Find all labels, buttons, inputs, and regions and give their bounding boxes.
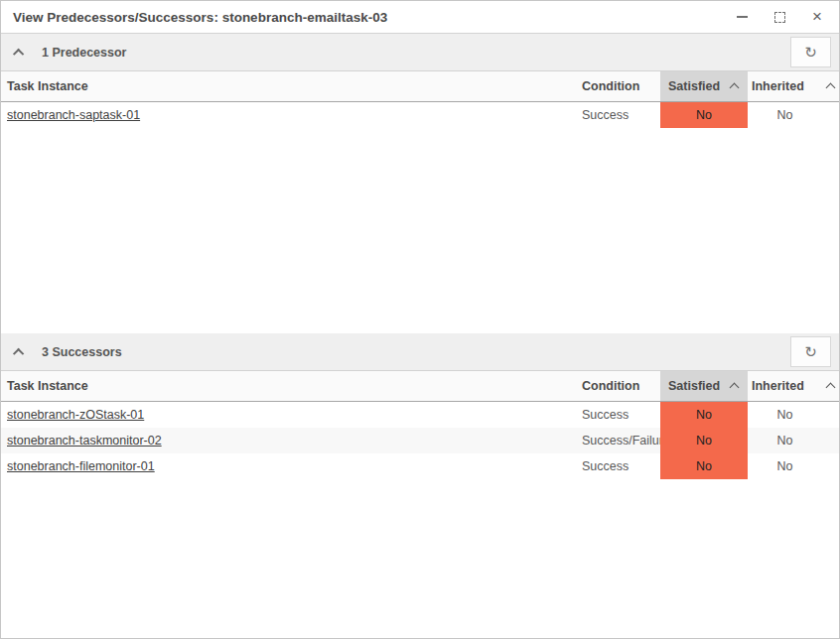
column-header-satisfied-label: Satisfied <box>668 79 720 93</box>
predecessors-section-header: 1 Predecessor ↻ <box>1 34 839 71</box>
task-instance-link[interactable]: stonebranch-taskmonitor-02 <box>7 434 162 447</box>
row-end-spacer <box>822 402 839 428</box>
successors-grid-body: stonebranch-zOStask-01 Success No No sto… <box>1 402 839 638</box>
satisfied-cell: No <box>660 428 748 453</box>
column-header-task-instance[interactable]: Task Instance <box>1 71 573 101</box>
inherited-cell: No <box>748 428 822 453</box>
condition-cell: Success <box>573 453 660 479</box>
successors-collapse-toggle[interactable] <box>16 344 32 360</box>
close-button[interactable]: × <box>810 10 824 24</box>
grid-header-menu-toggle[interactable] <box>822 71 839 101</box>
task-instance-cell: stonebranch-zOStask-01 <box>1 402 573 428</box>
minimize-button[interactable] <box>735 10 749 24</box>
satisfied-cell: No <box>660 102 748 128</box>
column-header-condition[interactable]: Condition <box>573 71 660 101</box>
predecessors-section-title: 1 Predecessor <box>42 46 790 60</box>
successors-refresh-button[interactable]: ↻ <box>790 336 831 367</box>
dialog-title: View Predecessors/Successors: stonebranc… <box>13 10 735 25</box>
sort-ascending-icon <box>730 383 740 393</box>
satisfied-cell: No <box>660 453 748 479</box>
row-end-spacer <box>822 102 839 128</box>
task-instance-cell: stonebranch-taskmonitor-02 <box>1 428 573 453</box>
satisfied-cell: No <box>660 402 748 428</box>
task-instance-cell: stonebranch-saptask-01 <box>1 102 573 128</box>
task-instance-cell: stonebranch-filemonitor-01 <box>1 453 573 479</box>
maximize-button[interactable] <box>772 10 786 24</box>
predecessors-refresh-button[interactable]: ↻ <box>790 37 831 67</box>
successors-grid-header: Task Instance Condition Satisfied Inheri… <box>1 371 839 402</box>
inherited-cell: No <box>748 402 822 428</box>
predecessors-section: 1 Predecessor ↻ Task Instance Condition … <box>1 34 839 333</box>
table-row: stonebranch-saptask-01 Success No No <box>1 102 839 128</box>
dialog-titlebar: View Predecessors/Successors: stonebranc… <box>1 1 839 34</box>
minimize-icon <box>737 16 748 18</box>
condition-cell: Success <box>573 102 660 128</box>
predecessors-collapse-toggle[interactable] <box>16 45 32 61</box>
column-header-inherited[interactable]: Inherited <box>748 71 822 101</box>
table-row: stonebranch-zOStask-01 Success No No <box>1 402 839 428</box>
table-row: stonebranch-filemonitor-01 Success No No <box>1 453 839 479</box>
column-header-satisfied-label: Satisfied <box>668 379 720 393</box>
successors-section-title: 3 Successors <box>42 345 790 359</box>
predecessors-grid-body: stonebranch-saptask-01 Success No No <box>1 102 839 333</box>
task-instance-link[interactable]: stonebranch-zOStask-01 <box>7 408 144 422</box>
inherited-cell: No <box>748 453 822 479</box>
column-header-task-instance[interactable]: Task Instance <box>1 371 573 401</box>
column-header-satisfied[interactable]: Satisfied <box>660 371 748 401</box>
caret-up-icon <box>826 83 836 93</box>
chevron-up-icon <box>13 347 24 358</box>
table-row: stonebranch-taskmonitor-02 Success/Failu… <box>1 428 839 453</box>
predecessors-grid-header: Task Instance Condition Satisfied Inheri… <box>1 71 839 102</box>
row-end-spacer <box>822 428 839 453</box>
chevron-up-icon <box>13 48 24 59</box>
column-header-satisfied[interactable]: Satisfied <box>660 71 748 101</box>
inherited-cell: No <box>748 102 822 128</box>
column-header-condition[interactable]: Condition <box>573 371 660 401</box>
row-end-spacer <box>822 453 839 479</box>
refresh-icon: ↻ <box>804 344 817 359</box>
sort-ascending-icon <box>730 83 740 93</box>
successors-section: 3 Successors ↻ Task Instance Condition S… <box>1 333 839 638</box>
grid-header-menu-toggle[interactable] <box>822 371 839 401</box>
maximize-icon <box>774 12 785 23</box>
caret-up-icon <box>826 383 836 393</box>
column-header-inherited[interactable]: Inherited <box>748 371 822 401</box>
condition-cell: Success/Failure <box>573 428 660 453</box>
condition-cell: Success <box>573 402 660 428</box>
task-instance-link[interactable]: stonebranch-saptask-01 <box>7 108 140 122</box>
window-controls: × <box>735 10 829 24</box>
close-icon: × <box>812 10 822 24</box>
task-instance-link[interactable]: stonebranch-filemonitor-01 <box>7 459 155 473</box>
successors-section-header: 3 Successors ↻ <box>1 333 839 371</box>
refresh-icon: ↻ <box>804 45 817 60</box>
